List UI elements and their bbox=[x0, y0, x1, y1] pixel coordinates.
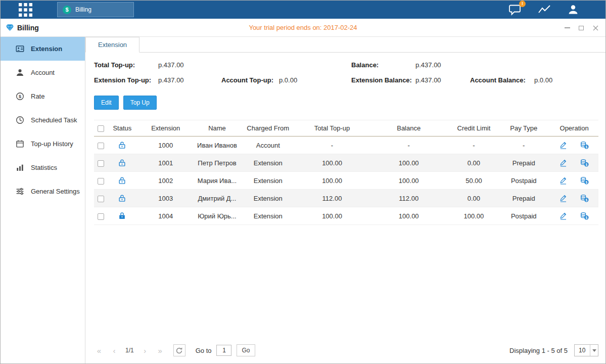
pagination-summary: Displaying 1 - 5 of 5 10 bbox=[509, 344, 598, 356]
svg-text:$: $ bbox=[19, 94, 21, 99]
close-icon bbox=[593, 25, 598, 31]
dollar-badge-icon: $ bbox=[63, 6, 71, 14]
edit-icon[interactable] bbox=[560, 176, 567, 185]
name-cell: Иван Иванов bbox=[195, 136, 240, 154]
billing-app-tab[interactable]: $ Billing bbox=[57, 2, 134, 17]
pay-type-cell: Postpaid bbox=[497, 207, 550, 225]
extension-icon bbox=[16, 44, 24, 53]
unlocked-icon[interactable] bbox=[118, 141, 126, 149]
trial-notice: Your trial period ends on: 2017-02-24 bbox=[1, 24, 605, 31]
row-checkbox[interactable] bbox=[98, 196, 104, 202]
edit-icon[interactable] bbox=[560, 159, 567, 167]
tab-bar: Extension bbox=[85, 37, 605, 53]
extension-cell: 1003 bbox=[136, 190, 195, 207]
header-status: Status bbox=[108, 120, 136, 136]
last-page-button[interactable]: » bbox=[155, 346, 165, 355]
sidebar-item-general-settings[interactable]: General Settings bbox=[1, 179, 85, 203]
locked-icon[interactable] bbox=[118, 212, 126, 220]
edit-icon[interactable] bbox=[560, 141, 567, 149]
header-credit-limit: Credit Limit bbox=[450, 120, 498, 136]
tab-extension[interactable]: Extension bbox=[85, 37, 139, 53]
notification-badge: ! bbox=[519, 1, 526, 7]
extension-cell: 1001 bbox=[136, 154, 195, 172]
pay-type-cell: - bbox=[497, 136, 550, 154]
svg-text:$: $ bbox=[585, 163, 587, 167]
prev-page-button[interactable]: ‹ bbox=[109, 346, 119, 355]
sidebar-item-scheduled-task[interactable]: Scheduled Task bbox=[1, 108, 85, 132]
user-icon[interactable] bbox=[567, 4, 579, 16]
refresh-button[interactable] bbox=[173, 344, 185, 356]
pay-type-cell: Prepaid bbox=[497, 154, 550, 172]
unlocked-icon[interactable] bbox=[118, 176, 126, 185]
chevron-down-icon bbox=[590, 345, 598, 356]
svg-text:$: $ bbox=[585, 180, 587, 185]
statistics-chart-icon[interactable] bbox=[538, 4, 551, 15]
main-content: Extension Total Top-up: p.437.00 Balance… bbox=[85, 37, 605, 363]
account-balance-pair: Account Balance: p.0.00 bbox=[470, 76, 598, 84]
sidebar-item-account[interactable]: Account bbox=[1, 61, 85, 84]
extension-topup-value: p.437.00 bbox=[158, 76, 184, 84]
row-checkbox[interactable] bbox=[98, 213, 104, 220]
edit-icon[interactable] bbox=[560, 212, 567, 220]
next-page-button[interactable]: › bbox=[140, 346, 150, 355]
table-row: 1000 Иван Иванов Account - - - - bbox=[94, 136, 598, 154]
balance-pair: Balance: p.437.00 bbox=[351, 61, 470, 69]
sidebar-item-statistics[interactable]: Statistics bbox=[1, 156, 85, 179]
balance-cell: 100.00 bbox=[367, 172, 450, 190]
charged-from-cell: Extension bbox=[239, 154, 297, 172]
topup-icon[interactable]: $ bbox=[580, 176, 589, 185]
table-row: 1002 Мария Ива... Extension 100.00 100.0… bbox=[94, 172, 598, 190]
unlocked-icon[interactable] bbox=[118, 194, 126, 202]
window-title: Billing bbox=[17, 24, 39, 32]
minimize-button[interactable] bbox=[564, 25, 570, 31]
page-size-select[interactable]: 10 bbox=[574, 344, 598, 356]
first-page-button[interactable]: « bbox=[94, 346, 104, 355]
name-cell: Юрий Юрь... bbox=[195, 207, 240, 225]
extension-cell: 1004 bbox=[136, 207, 195, 225]
action-buttons: Edit Top Up bbox=[94, 96, 598, 110]
header-pay-type: Pay Type bbox=[497, 120, 550, 136]
svg-text:$: $ bbox=[585, 216, 587, 220]
close-button[interactable] bbox=[592, 25, 598, 31]
account-balance-value: p.0.00 bbox=[534, 76, 552, 84]
credit-limit-cell: 50.00 bbox=[450, 172, 498, 190]
edit-button[interactable]: Edit bbox=[94, 96, 119, 110]
apps-grid-icon[interactable] bbox=[19, 3, 32, 17]
name-cell: Мария Ива... bbox=[195, 172, 240, 190]
maximize-button[interactable] bbox=[578, 25, 584, 31]
header-extension: Extension bbox=[136, 120, 195, 136]
balance-cell: 100.00 bbox=[367, 154, 450, 172]
name-cell: Дмитрий Д... bbox=[195, 190, 240, 207]
extension-panel: Total Top-up: p.437.00 Balance: p.437.00… bbox=[85, 53, 605, 363]
chat-icon[interactable]: ! bbox=[508, 4, 522, 16]
row-checkbox[interactable] bbox=[98, 178, 104, 185]
goto-page-input[interactable] bbox=[216, 345, 231, 356]
topup-icon[interactable]: $ bbox=[580, 159, 589, 167]
row-checkbox[interactable] bbox=[98, 160, 104, 167]
refresh-icon bbox=[175, 347, 183, 354]
balance-label: Balance: bbox=[351, 61, 415, 69]
account-topup-pair: Account Top-up: p.0.00 bbox=[221, 76, 351, 84]
charged-from-cell: Extension bbox=[239, 190, 297, 207]
balance-cell: 100.00 bbox=[367, 207, 450, 225]
topup-icon[interactable]: $ bbox=[580, 141, 589, 149]
clock-icon bbox=[16, 116, 24, 124]
go-button[interactable]: Go bbox=[237, 344, 255, 356]
row-checkbox[interactable] bbox=[98, 143, 104, 149]
sidebar-item-topup-history[interactable]: Top-up History bbox=[1, 132, 85, 156]
topup-icon[interactable]: $ bbox=[580, 212, 589, 220]
sidebar-item-label: Extension bbox=[31, 45, 62, 53]
unlocked-icon[interactable] bbox=[118, 159, 126, 167]
sidebar-item-extension[interactable]: Extension bbox=[1, 37, 85, 61]
top-up-button[interactable]: Top Up bbox=[123, 96, 157, 110]
account-icon bbox=[16, 68, 24, 77]
billing-tab-label: Billing bbox=[75, 6, 91, 13]
sidebar-item-rate[interactable]: $ Rate bbox=[1, 84, 85, 108]
bar-chart-icon bbox=[16, 163, 24, 172]
table-row: 1004 Юрий Юрь... Extension 100.00 100.00… bbox=[94, 207, 598, 225]
edit-icon[interactable] bbox=[560, 194, 567, 202]
balance-cell: - bbox=[367, 136, 450, 154]
select-all-checkbox[interactable] bbox=[98, 125, 104, 132]
topup-icon[interactable]: $ bbox=[580, 194, 589, 202]
calendar-icon bbox=[16, 140, 24, 148]
